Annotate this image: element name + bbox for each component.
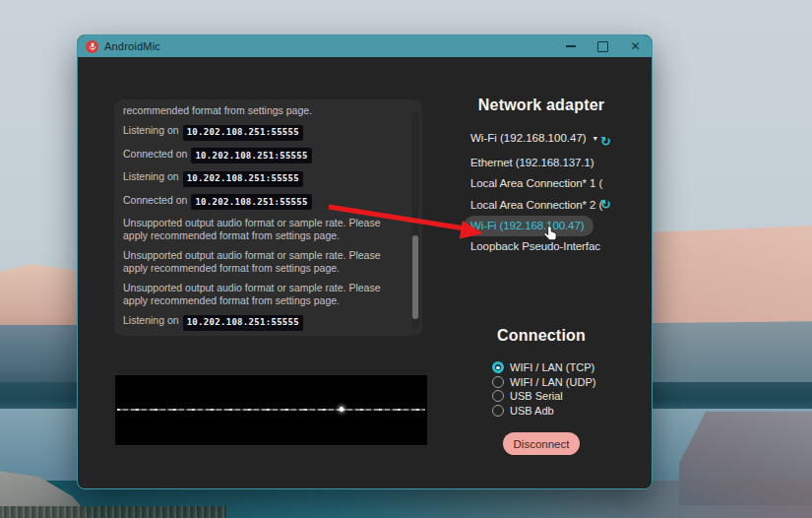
adapter-item-label: Loopback Pseudo-Interfac	[470, 240, 600, 252]
log-entry: Unsupported output audio format or sampl…	[123, 282, 399, 307]
radio-icon[interactable]	[492, 390, 504, 402]
wallpaper-reflection	[679, 412, 812, 505]
radio-option-wifi-lan-tcp[interactable]: WIFI / LAN (TCP)	[492, 360, 595, 375]
app-mic-icon	[86, 40, 98, 53]
log-label: Listening on	[123, 314, 179, 326]
adapter-selected-label: Wi-Fi (192.168.100.47)	[470, 132, 587, 144]
close-button[interactable]: ✕	[619, 35, 652, 57]
adapter-item-wi-fi-192-168-100-47[interactable]: Wi-Fi (192.168.100.47)	[464, 216, 593, 236]
window-title: AndroidMic	[104, 40, 160, 52]
minimize-button[interactable]	[554, 35, 587, 57]
adapter-item-local-area-connection-1[interactable]: Local Area Connection* 1 (	[464, 173, 665, 195]
waveform-line	[117, 409, 425, 411]
address-chip: 10.202.108.251:55555	[183, 125, 303, 141]
refresh-icon[interactable]: ↻	[600, 135, 611, 148]
wallpaper-grass	[0, 506, 226, 518]
radio-icon[interactable]	[492, 405, 504, 417]
log-label: Connected on	[123, 148, 187, 160]
adapter-item-label: Ethernet (192.168.137.1)	[470, 157, 593, 168]
adapter-item-local-area-connection-2[interactable]: Local Area Connection* 2 (↻	[464, 194, 665, 216]
titlebar[interactable]: AndroidMic ✕	[78, 35, 652, 57]
adapter-item-label: Wi-Fi (192.168.100.47)	[470, 220, 584, 231]
address-chip: 10.202.108.251:55555	[183, 315, 303, 331]
log-entry: Listening on10.202.108.251:55555	[123, 124, 399, 141]
connection-title: Connection	[433, 327, 650, 345]
radio-icon[interactable]	[492, 361, 504, 373]
radio-label: WIFI / LAN (TCP)	[510, 361, 594, 373]
log-entry: recommended format from settings page.	[123, 104, 399, 117]
radio-label: USB Serial	[510, 390, 563, 402]
log-entry: Listening on10.202.108.251:55555	[123, 170, 399, 187]
adapter-item-ethernet-192-168-137-1[interactable]: Ethernet (192.168.137.1)	[464, 152, 665, 173]
log-entry: Unsupported output audio format or sampl…	[123, 217, 399, 242]
androidmic-window: AndroidMic ✕ recommended format from set…	[77, 34, 653, 489]
address-chip: 10.202.108.251:55555	[191, 148, 311, 163]
log-entry: Connected on10.202.108.251:55555	[123, 194, 399, 211]
log-entry: Connected on10.202.108.251:55555	[123, 148, 399, 164]
chevron-down-icon: ▾	[593, 134, 597, 143]
adapter-list: Ethernet (192.168.137.1)Local Area Conne…	[464, 152, 665, 257]
disconnect-button[interactable]: Disconnect	[503, 432, 580, 455]
log-label: Listening on	[123, 124, 179, 136]
connection-options: WIFI / LAN (TCP)WIFI / LAN (UDP)USB Seri…	[492, 360, 595, 418]
maximize-button[interactable]	[587, 35, 619, 57]
log-entry: Listening on10.202.108.251:55555	[123, 314, 399, 331]
radio-option-usb-serial[interactable]: USB Serial	[492, 389, 595, 404]
network-adapter-title: Network adapter	[433, 97, 650, 114]
log-entries: recommended format from settings page.Li…	[123, 104, 399, 336]
adapter-item-label: Local Area Connection* 2 (	[470, 199, 602, 211]
address-chip: 10.202.108.251:55555	[191, 194, 311, 210]
radio-option-usb-adb[interactable]: USB Adb	[492, 404, 595, 419]
waveform-display	[115, 375, 427, 445]
address-chip: 10.202.108.251:55555	[183, 171, 303, 187]
adapter-dropdown[interactable]: Wi-Fi (192.168.100.47) ▾	[470, 132, 597, 144]
log-label: Listening on	[123, 170, 179, 182]
radio-label: WIFI / LAN (UDP)	[510, 376, 595, 388]
waveform-peak	[340, 407, 344, 412]
adapter-item-label: Local Area Connection* 1 (	[470, 177, 602, 189]
log-panel: recommended format from settings page.Li…	[114, 99, 422, 336]
adapter-item-loopback-pseudo-interfac[interactable]: Loopback Pseudo-Interfac	[464, 236, 665, 258]
minimize-icon	[566, 45, 576, 47]
radio-icon[interactable]	[492, 376, 504, 388]
close-icon: ✕	[630, 40, 640, 52]
refresh-icon[interactable]: ↻	[600, 198, 611, 211]
log-entry: Unsupported output audio format or sampl…	[123, 249, 399, 275]
radio-option-wifi-lan-udp[interactable]: WIFI / LAN (UDP)	[492, 375, 595, 390]
radio-label: USB Adb	[510, 405, 554, 417]
desktop: AndroidMic ✕ recommended format from set…	[0, 0, 812, 518]
log-scrollbar[interactable]	[412, 112, 418, 328]
log-label: Connected on	[123, 194, 187, 206]
maximize-icon	[597, 41, 608, 52]
log-scrollbar-thumb[interactable]	[412, 235, 418, 319]
